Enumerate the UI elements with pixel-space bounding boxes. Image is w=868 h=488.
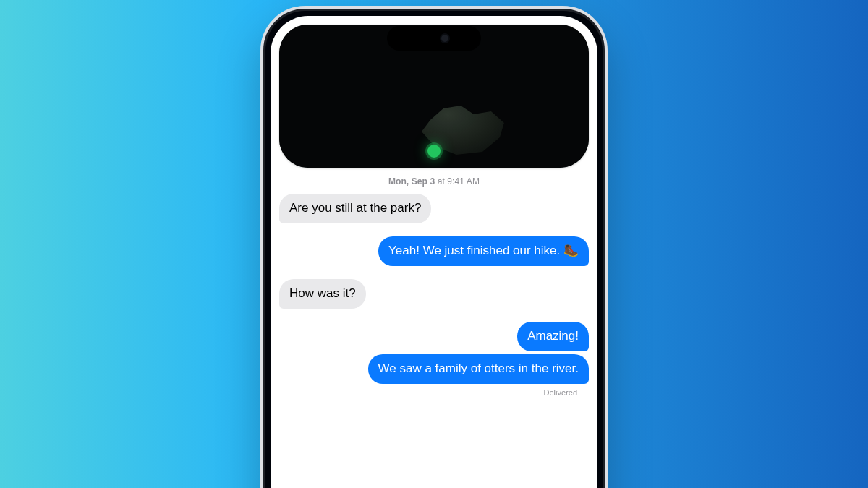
message-received[interactable]: How was it? — [279, 279, 589, 309]
message-bubble: We saw a family of otters in the river. — [368, 354, 589, 384]
side-button-power — [606, 153, 608, 218]
timestamp: Mon, Sep 3 at 9:41 AM — [279, 176, 589, 187]
message-sent[interactable]: Amazing! — [279, 322, 589, 351]
message-sent[interactable]: Yeah! We just finished our hike. 🥾 — [279, 236, 589, 266]
iphone-frame: Keep Pointing at Satellite Connected Mon… — [260, 6, 608, 488]
timestamp-time: 9:41 AM — [447, 176, 480, 187]
delivery-status: Delivered — [279, 387, 589, 397]
side-button-silent — [260, 103, 262, 124]
message-bubble: Are you still at the park? — [279, 194, 431, 223]
message-sent[interactable]: We saw a family of otters in the river. — [279, 354, 589, 384]
dynamic-island — [387, 26, 481, 51]
message-bubble: How was it? — [279, 279, 366, 309]
side-button-volume-up — [260, 139, 262, 179]
user-location-dot — [427, 145, 441, 158]
screen: Keep Pointing at Satellite Connected Mon… — [271, 16, 597, 488]
message-bubble: Yeah! We just finished our hike. 🥾 — [378, 236, 589, 266]
timestamp-day: Mon, Sep 3 — [388, 176, 435, 187]
conversation: Mon, Sep 3 at 9:41 AM Are you still at t… — [271, 176, 597, 397]
message-bubble: Amazing! — [517, 322, 589, 351]
message-received[interactable]: Are you still at the park? — [279, 194, 589, 223]
side-button-volume-down — [260, 186, 262, 226]
